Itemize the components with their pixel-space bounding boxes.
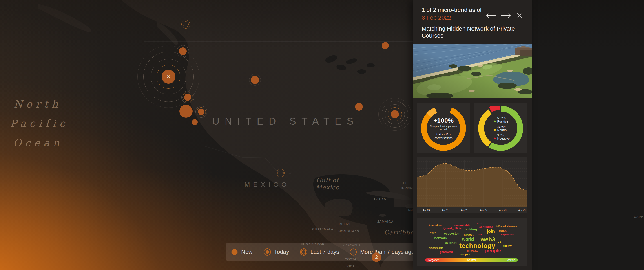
svg-text:Apr 26: Apr 26	[461, 209, 468, 211]
delta-value: +100%	[429, 117, 458, 124]
cloud-word[interactable]: market	[499, 229, 506, 232]
cloud-word[interactable]: @ionet	[445, 241, 456, 244]
cloud-word[interactable]: crypto	[430, 231, 436, 234]
sentiment-legend-row: 59.2%Positive	[494, 116, 510, 123]
detail-panel: 1 of 2 micro-trend as of 3 Feb 2022 Matc…	[413, 0, 532, 270]
scale-negative-label: Negative	[428, 258, 439, 262]
sentiment-legend-row: 9.0%Negative	[494, 133, 510, 141]
delta-caption: Compared to the previous period	[429, 125, 458, 130]
golf-course-photo	[413, 44, 532, 98]
trend-chart-card: Apr 24Apr 25Apr 26Apr 27Apr 28Apr 29	[417, 158, 528, 213]
map-markers-layer: 32	[0, 0, 644, 270]
trend-title: Matching Hidden Network of Private Cours…	[422, 25, 526, 39]
cloud-word[interactable]: network	[434, 236, 447, 240]
cloud-word[interactable]: innovation	[429, 224, 442, 226]
cloud-word[interactable]: expensive	[501, 233, 514, 236]
cloud-word[interactable]: @ionet_official	[443, 227, 462, 230]
sentiment-donut-card: 59.2%Positive31.9%Neutral9.0%Negative	[474, 103, 528, 154]
word-cloud-card: innovationunavailableshitcontinues@Param…	[417, 218, 528, 266]
svg-text:Apr 28: Apr 28	[499, 209, 506, 211]
panel-nav	[484, 11, 525, 20]
svg-text:Apr 29: Apr 29	[518, 209, 526, 211]
trend-image	[413, 44, 532, 98]
cloud-word[interactable]: building	[465, 227, 477, 231]
cloud-word[interactable]: rise	[478, 233, 482, 236]
close-icon	[516, 12, 524, 19]
scale-positive-label: Positive	[506, 258, 515, 262]
marker-count-label: 3	[167, 74, 170, 80]
cloud-word[interactable]: shit	[477, 221, 482, 225]
scale-neutral-label: Neutral	[467, 258, 476, 262]
conversations-donut-center: +100% Compared to the previous period 67…	[429, 117, 458, 140]
sentiment-legend: 59.2%Positive31.9%Neutral9.0%Negative	[494, 115, 510, 142]
svg-text:Apr 25: Apr 25	[442, 209, 449, 211]
map-canvas[interactable]: NorthPacificOceanUNITED STATESMEXICOGulf…	[0, 0, 644, 270]
cloud-word[interactable]: compute	[429, 246, 443, 250]
cloud-word[interactable]: innovate	[467, 249, 478, 252]
cloud-word[interactable]: ecosystem	[444, 232, 460, 235]
volume-trend-chart: Apr 24Apr 25Apr 26Apr 27Apr 28Apr 29	[417, 158, 528, 213]
sentiment-legend-row: 31.9%Neutral	[494, 125, 510, 132]
cloud-word[interactable]: join	[487, 229, 495, 234]
arrow-right-icon	[501, 12, 511, 19]
cloud-word[interactable]: #AI	[498, 240, 502, 244]
marker-count-label: 2	[375, 254, 378, 260]
app-root: NorthPacificOceanUNITED STATESMEXICOGulf…	[0, 0, 644, 270]
cloud-word[interactable]: people	[485, 248, 501, 253]
conversation-unit: conversations	[429, 136, 458, 140]
conversations-donut-card: +100% Compared to the previous period 67…	[417, 103, 470, 154]
cloud-word[interactable]: largest	[464, 233, 474, 236]
cloud-word[interactable]: generated	[440, 250, 452, 253]
sentiment-scale-bar: Negative Neutral Positive	[425, 258, 518, 262]
close-panel-button[interactable]	[515, 11, 525, 20]
svg-text:Apr 24: Apr 24	[423, 209, 430, 211]
next-trend-button[interactable]	[500, 11, 512, 20]
svg-text:Apr 27: Apr 27	[480, 209, 487, 211]
conversation-count: 6766045	[429, 132, 458, 136]
trend-counter: 1 of 2 micro-trend as of	[422, 6, 482, 14]
trend-date: 3 Feb 2022	[422, 14, 451, 21]
cloud-word[interactable]: follow	[503, 244, 512, 247]
cloud-word[interactable]: @ParamLaboratory	[496, 225, 517, 227]
cloud-word[interactable]: unavailable	[454, 223, 470, 227]
cloud-word[interactable]: continues	[479, 225, 493, 229]
prev-trend-button[interactable]	[484, 11, 497, 20]
arrow-left-icon	[486, 12, 496, 19]
cloud-word[interactable]: world	[462, 237, 474, 242]
cloud-word[interactable]: complete	[460, 253, 471, 256]
